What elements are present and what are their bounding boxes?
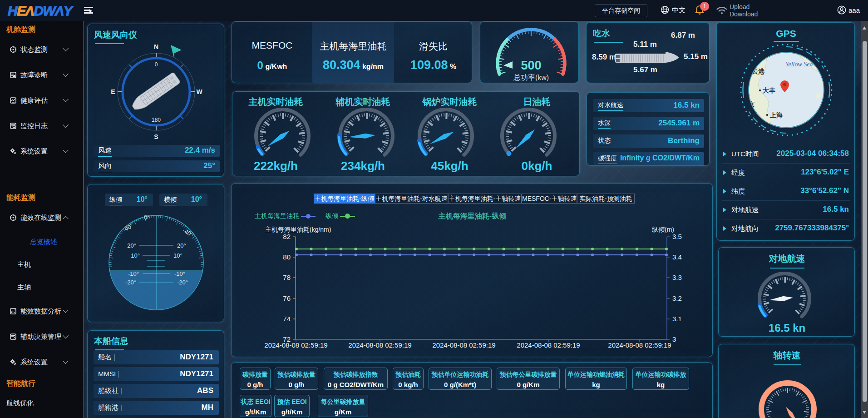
svg-text:10°: 10°: [173, 252, 182, 259]
svg-text:-20°: -20°: [177, 279, 188, 286]
svg-text:76: 76: [283, 294, 291, 302]
svg-text:500: 500: [521, 59, 541, 72]
svg-text:3.2: 3.2: [672, 294, 682, 302]
svg-text:Yellow Sea: Yellow Sea: [785, 61, 813, 68]
svg-text:20°: 20°: [127, 242, 136, 249]
svg-text:W: W: [196, 88, 202, 95]
svg-text:0: 0: [155, 61, 158, 68]
svg-text:N: N: [154, 43, 158, 50]
svg-text:-10°: -10°: [128, 270, 139, 277]
svg-text:20°: 20°: [177, 242, 186, 249]
svg-text:82: 82: [283, 233, 291, 240]
svg-text:10°: 10°: [131, 252, 140, 259]
svg-text:3.4: 3.4: [672, 253, 682, 261]
svg-text:180: 180: [152, 117, 161, 123]
svg-text:-40°: -40°: [182, 227, 194, 239]
svg-text:78: 78: [283, 274, 291, 281]
svg-text:80: 80: [283, 253, 291, 261]
svg-text:大丰: 大丰: [763, 87, 775, 94]
svg-text:3.3: 3.3: [672, 274, 682, 281]
svg-text:3.5: 3.5: [672, 233, 682, 240]
svg-text:0°: 0°: [144, 214, 150, 221]
svg-text:-10°: -10°: [174, 270, 185, 277]
svg-text:总功率(kw): 总功率(kw): [513, 74, 549, 81]
svg-text:S: S: [154, 133, 158, 140]
svg-text:上海: 上海: [769, 111, 783, 119]
svg-text:3.1: 3.1: [672, 315, 682, 323]
svg-text:E: E: [111, 88, 115, 95]
svg-text:-20°: -20°: [125, 279, 136, 286]
svg-text:74: 74: [283, 315, 291, 323]
